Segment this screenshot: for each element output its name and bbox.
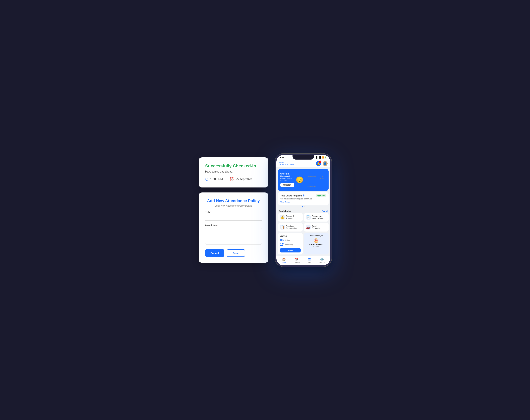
apply-button[interactable]: Apply [280, 248, 301, 253]
attendance-label-link: AttendanceRegularisation [286, 225, 297, 229]
home-icon: 🏠 [282, 258, 286, 261]
attendance-label: Attendance [307, 176, 316, 178]
header-icons: 🔔 3 👤 [316, 161, 328, 166]
policy-card: Add New Attendance Policy Enter New Atte… [199, 193, 268, 263]
scene: Successfully Checked-In Have a nice day … [199, 154, 332, 267]
notification-button[interactable]: 🔔 3 [316, 161, 321, 166]
expense-label: Expense &Advances [286, 215, 294, 219]
leave-title-wrapper: Total Leave Requests 8 [280, 194, 305, 197]
settings-icon: ⚙️ [320, 258, 324, 261]
menu-icon: ☰ [308, 258, 311, 261]
attendance-value: 30% [307, 172, 316, 176]
nav-settings[interactable]: ⚙️ Settings [319, 258, 324, 263]
punctuality-label: Punctuality [307, 186, 316, 187]
avatar-button[interactable]: 👤 [323, 161, 328, 166]
birthday-emoji: 🎂 [306, 237, 326, 243]
banner-title: Check-In Required [280, 173, 294, 178]
banner-subtitle: Check-In to start your day [280, 178, 294, 181]
leave-title: Total Leave Requests [280, 195, 302, 197]
dots-indicator [276, 206, 330, 208]
checkin-banner: Check-In Required Check-In to start your… [278, 169, 329, 191]
bottom-nav: 🏠 Home 📅 Calendar ☰ Menu ⚙️ Settings [276, 256, 330, 265]
punctuality-stat: 100% Punctuality [305, 181, 318, 189]
checkin-time-value: 10:00 PM [210, 178, 223, 181]
app-logo: Impulse BY THE BENCHMARK [279, 162, 294, 165]
wifi-icon: 🛜 [322, 156, 324, 159]
leave-date-text: You have sent leave request on 5th Jan [280, 198, 326, 200]
app-content: Check-In Required Check-In to start your… [276, 167, 330, 256]
travel-icon: 🚗 [306, 225, 311, 229]
birthday-name: Shruti Ahlawat [306, 243, 326, 246]
quick-links-header: Quick Links View all [276, 209, 330, 213]
leaves-card: Leaves 06 Availed 17 Remaining Apply [278, 233, 303, 255]
birthday-card: Happy Birthday to 🎂 Shruti Ahlawat +2 mo… [304, 233, 329, 255]
nav-menu[interactable]: ☰ Menu [308, 258, 311, 263]
left-cards: Successfully Checked-In Have a nice day … [199, 157, 268, 263]
title-input[interactable] [205, 215, 262, 221]
nav-home[interactable]: 🏠 Home [282, 258, 286, 263]
nav-calendar[interactable]: 📅 Calendar [294, 258, 300, 263]
payslips-icon: 📄 [306, 215, 311, 220]
phone-frame: 9:41 ▐▐▐▐ 🛜 🔋 Impulse BY THE BENCHMARK [275, 154, 332, 267]
remaining-label: Remaining [285, 244, 293, 245]
menu-label: Menu [308, 262, 311, 263]
dot-2 [304, 206, 305, 208]
payslips-label: Payslips, salarybreakups &more [312, 215, 324, 219]
quick-links-grid: 💰 Expense &Advances 📄 Payslips, salarybr… [276, 213, 330, 233]
leave-count-value: 8 [303, 194, 305, 197]
attendance-stat: 30% Attendance [305, 171, 318, 181]
checkin-date: ⏰ 25 sep 2023 [230, 177, 252, 181]
status-icons: ▐▐▐▐ 🛜 🔋 [316, 156, 327, 159]
phone-notch [293, 155, 314, 160]
settings-label: Settings [319, 262, 324, 263]
quick-link-travel[interactable]: 🚗 TravelCompanion [304, 223, 329, 232]
description-textarea[interactable] [205, 228, 262, 245]
view-all-link[interactable]: View all [322, 210, 328, 212]
leave-header: Total Leave Requests 8 Approved [280, 194, 326, 197]
quick-links-title: Quick Links [279, 210, 291, 212]
checkin-banner-left: Check-In Required Check-In to start your… [280, 173, 294, 187]
checkin-card: Successfully Checked-In Have a nice day … [199, 157, 268, 187]
birthday-more: +2 more [306, 246, 326, 248]
leave-status-badge: Approved [316, 194, 326, 197]
quick-link-payslips[interactable]: 📄 Payslips, salarybreakups &more [304, 213, 329, 222]
submit-button[interactable]: Submit [205, 249, 224, 257]
description-field-group: Description* [205, 224, 262, 245]
offsites-label: Off-sites [320, 176, 324, 180]
checkin-date-value: 25 sep 2023 [236, 178, 252, 181]
policy-title: Add New Attendance Policy [205, 198, 262, 203]
phone-screen: 9:41 ▐▐▐▐ 🛜 🔋 Impulse BY THE BENCHMARK [276, 155, 330, 265]
title-required: * [210, 211, 211, 214]
stats-grid: 30% Attendance 0 Off-sites 100% Punctual… [305, 171, 326, 189]
calendar-label: Calendar [294, 262, 300, 263]
title-field-group: Tittle* [205, 211, 262, 221]
attendance-icon: 📋 [280, 225, 285, 229]
description-required: * [217, 224, 218, 227]
emoji-face: 😊 [296, 176, 304, 183]
leaves-card-title: Leaves [280, 235, 301, 237]
quick-link-expense[interactable]: 💰 Expense &Advances [278, 213, 303, 222]
checkin-title: Successfully Checked-In [205, 163, 262, 168]
travel-label: TravelCompanion [312, 225, 320, 229]
quick-link-attendance[interactable]: 📋 AttendanceRegularisation [278, 223, 303, 232]
description-label: Description* [205, 224, 262, 227]
reset-button[interactable]: Reset [227, 249, 245, 257]
checkin-time: ⬡ 10:00 PM [205, 177, 223, 181]
title-label: Tittle* [205, 211, 262, 214]
phone-wrapper: 9:41 ▐▐▐▐ 🛜 🔋 Impulse BY THE BENCHMARK [275, 154, 332, 267]
expense-icon: 💰 [280, 215, 285, 220]
battery-icon: 🔋 [324, 156, 327, 159]
punctuality-value: 100% [307, 182, 316, 186]
availed-stat: 06 Availed [280, 238, 301, 242]
bottom-grid: Leaves 06 Availed 17 Remaining Apply [276, 233, 330, 256]
offsites-stat: 0 Off-sites [318, 171, 326, 181]
remaining-num: 17 [280, 243, 284, 246]
availed-num: 06 [280, 238, 284, 242]
home-label: Home [282, 262, 286, 263]
form-buttons: Submit Reset [205, 249, 262, 257]
calendar-icon: 📅 [295, 258, 298, 261]
checkin-banner-button[interactable]: Checkin [280, 183, 294, 187]
birthday-title: Happy Birthday to [306, 235, 326, 237]
checkin-time-icon: ⬡ [205, 177, 208, 181]
view-details-link[interactable]: View Details [280, 201, 290, 203]
